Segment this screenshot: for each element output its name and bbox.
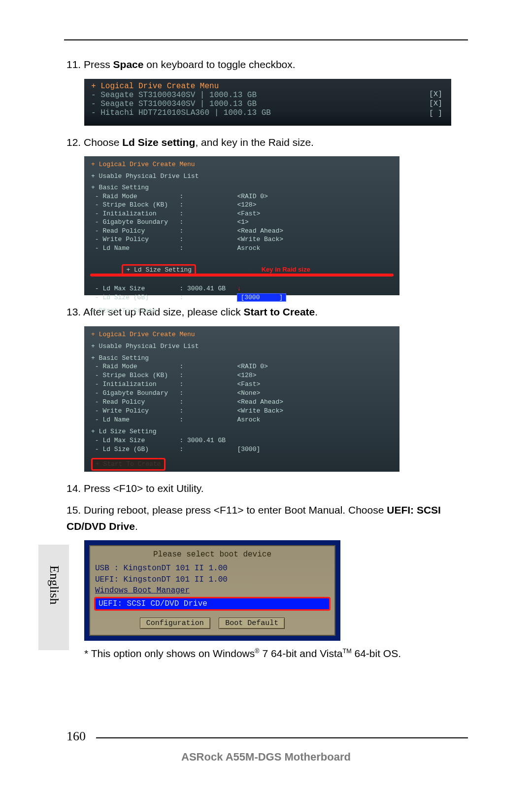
s3-l10: + Ld Size Setting bbox=[91, 427, 393, 436]
step-11: 11. Press Space on keyboard to toggle ch… bbox=[66, 57, 466, 73]
step-13-num: 13. bbox=[66, 306, 83, 317]
s1-check-1: [X] bbox=[429, 90, 442, 100]
note-b: 7 64-bit and Vista bbox=[260, 648, 343, 659]
footer-title: ASRock A55M-DGS Motherboard bbox=[0, 751, 532, 763]
step-11-bold: Space bbox=[113, 59, 144, 70]
trademark-icon: TM bbox=[342, 648, 351, 655]
boot-option-1: USB : KingstonDT 101 II 1.00 bbox=[95, 563, 330, 574]
s1-row-1: - Seagate ST31000340SV | 1000.13 GB bbox=[91, 91, 444, 100]
s2-l6: - Gigabyte Boundary : <1> bbox=[91, 218, 393, 227]
s3-l3: - Raid Mode : <RAID 0> bbox=[91, 362, 393, 371]
note-c: 64-bit OS. bbox=[352, 648, 401, 659]
s2-l5: - Initialization : <Fast> bbox=[91, 209, 393, 218]
s3-l2: + Basic Setting bbox=[91, 354, 393, 363]
s1-checkboxes: [X] [X] [ ] bbox=[429, 90, 442, 119]
registered-icon: ® bbox=[255, 648, 259, 655]
step-12-bold: Ld Size setting bbox=[122, 137, 195, 148]
s3-l12: - Ld Size (GB) : [3000] bbox=[91, 445, 393, 454]
step-11-text-a: Press bbox=[84, 59, 113, 70]
s2-l9: - Ld Name : Asrock bbox=[91, 244, 393, 253]
ld-size-input-field: [3000 ] bbox=[237, 293, 286, 302]
step-15: 15. During reboot, please press <F11> to… bbox=[66, 502, 466, 534]
step-12: 12. Choose Ld Size setting, and key in t… bbox=[66, 135, 466, 151]
s2-l4: - Stripe Block (KB) : <128> bbox=[91, 201, 393, 209]
s3-l1: + Usable Physical Drive List bbox=[91, 342, 393, 351]
s2-l0: + Logical Drive Create Menu bbox=[91, 160, 393, 169]
key-in-raid-size-label: Key in Raid size bbox=[262, 266, 310, 273]
screenshot-start-to-create: + Logical Drive Create Menu + Usable Phy… bbox=[84, 326, 399, 472]
step-12-text-a: Choose bbox=[84, 137, 122, 148]
s3-l5: - Initialization : <Fast> bbox=[91, 380, 393, 389]
footnote: * This option only shows on Windows® 7 6… bbox=[84, 646, 466, 662]
arrow-down-icon: ↓ bbox=[237, 285, 241, 292]
s2-l12: + Start To Create bbox=[91, 307, 393, 315]
s1-row-3: - Hitachi HDT721010SLA360 | 1000.13 GB bbox=[91, 108, 444, 117]
step-14-text: Press <F10> to exit Utility. bbox=[84, 483, 204, 494]
manual-page: 11. Press Space on keyboard to toggle ch… bbox=[0, 0, 532, 798]
boot-buttons: Configuration Boot Default bbox=[95, 618, 330, 629]
step-12-text-c: , and key in the Raid size. bbox=[195, 137, 313, 148]
s2-l8: - Write Policy : <Write Back> bbox=[91, 235, 393, 244]
start-to-create-highlight: + Start To Create bbox=[91, 458, 166, 471]
note-a: * This option only shows on Windows bbox=[84, 648, 255, 659]
s2-l7: - Read Policy : <Read Ahead> bbox=[91, 227, 393, 236]
footer-rule bbox=[96, 737, 468, 738]
s2-l10: - Ld Max Size : 3000.41 GB bbox=[91, 285, 226, 292]
red-underline bbox=[90, 274, 394, 277]
s3-l8: - Write Policy : <Write Back> bbox=[91, 407, 393, 416]
s2-l11-label: - Ld Size (GB) : bbox=[91, 294, 237, 301]
s2-l2: + Basic Setting bbox=[91, 183, 393, 192]
s2-ld-setting-row: + Ld Size Setting Key in Raid size bbox=[91, 256, 393, 285]
boot-default-button: Boot Default bbox=[219, 618, 285, 629]
s2-l11-row: - Ld Size (GB) : [3000 ] bbox=[91, 293, 393, 302]
top-rule bbox=[64, 39, 468, 40]
page-number: 160 bbox=[66, 729, 86, 744]
s3-l7: - Read Policy : <Read Ahead> bbox=[91, 398, 393, 407]
s1-title: + Logical Drive Create Menu bbox=[91, 82, 444, 91]
screenshot-ld-size-setting: + Logical Drive Create Menu + Usable Phy… bbox=[84, 156, 399, 295]
language-tab: English bbox=[47, 565, 62, 604]
s2-l1: + Usable Physical Drive List bbox=[91, 172, 393, 181]
step-14-num: 14. bbox=[66, 483, 84, 494]
s2-l3: - Raid Mode : <RAID 0> bbox=[91, 192, 393, 201]
step-11-text-c: on keyboard to toggle checkbox. bbox=[143, 59, 295, 70]
s1-check-2: [X] bbox=[429, 99, 442, 109]
step-12-num: 12. bbox=[66, 137, 84, 148]
s3-l9: - Ld Name : Asrock bbox=[91, 416, 393, 424]
s3-l11: - Ld Max Size : 3000.41 GB bbox=[91, 436, 393, 445]
step-15-text-a: During reboot, please press <F11> to ent… bbox=[84, 504, 387, 516]
step-15-num: 15. bbox=[66, 504, 84, 516]
s3-l6: - Gigabyte Boundary : <None> bbox=[91, 389, 393, 398]
s3-start-row: + Start To Create bbox=[91, 458, 393, 471]
screenshot-boot-device: Please select boot device USB : Kingston… bbox=[89, 545, 335, 636]
step-14: 14. Press <F10> to exit Utility. bbox=[66, 481, 466, 497]
s1-check-3: [ ] bbox=[429, 109, 442, 119]
configuration-button: Configuration bbox=[140, 618, 210, 629]
boot-option-3: Windows Boot Manager bbox=[95, 585, 330, 596]
page-content: 11. Press Space on keyboard to toggle ch… bbox=[66, 57, 466, 668]
s2-l10-row: - Ld Max Size : 3000.41 GB ↓ bbox=[91, 284, 393, 293]
screenshot-drive-list: + Logical Drive Create Menu - Seagate ST… bbox=[84, 79, 451, 126]
s3-l4: - Stripe Block (KB) : <128> bbox=[91, 371, 393, 380]
s1-row-2: - Seagate ST31000340SV | 1000.13 GB bbox=[91, 100, 444, 108]
s3-l0: + Logical Drive Create Menu bbox=[91, 330, 393, 339]
boot-option-selected: UEFI: SCSI CD/DVD Drive bbox=[94, 597, 331, 611]
boot-dialog-title: Please select boot device bbox=[95, 550, 330, 559]
step-11-num: 11. bbox=[66, 59, 84, 70]
boot-option-2: UEFI: KingstonDT 101 II 1.00 bbox=[95, 574, 330, 585]
step-15-text-c: . bbox=[135, 520, 138, 532]
screenshot-boot-device-wrap: Please select boot device USB : Kingston… bbox=[84, 540, 340, 641]
